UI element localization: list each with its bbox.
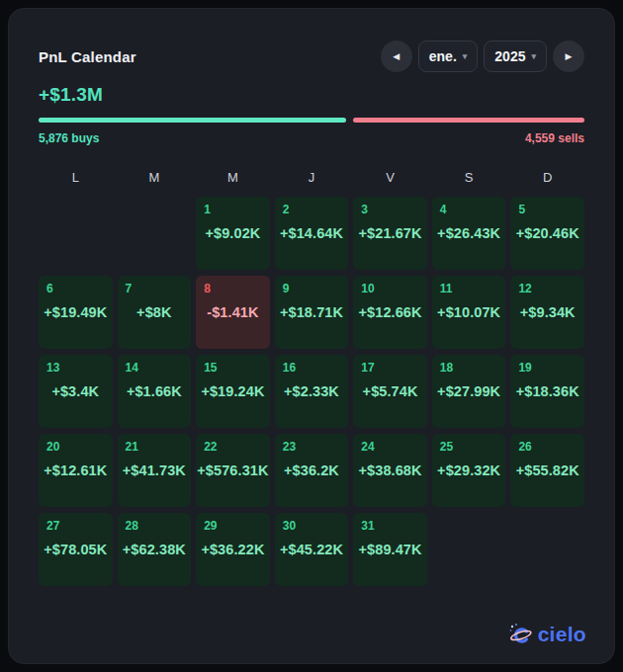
calendar-day-cell[interactable]: 21+$41.73K xyxy=(118,434,192,507)
day-number: 28 xyxy=(126,519,138,533)
calendar-day-cell[interactable]: 18+$27.99K xyxy=(432,355,506,428)
calendar-day-cell[interactable]: 29+$36.22K xyxy=(196,513,270,586)
calendar-day-cell[interactable]: 23+$36.2K xyxy=(275,434,349,507)
calendar-day-cell[interactable]: 20+$12.61K xyxy=(39,434,113,507)
calendar-day-cell[interactable]: 8-$1.41K xyxy=(196,276,270,349)
day-number: 6 xyxy=(46,282,53,295)
calendar-day-cell[interactable]: 27+$78.05K xyxy=(39,513,113,586)
cielo-logo-icon xyxy=(507,621,534,647)
calendar-day-cell[interactable]: 13+$3.4K xyxy=(39,355,113,428)
day-number: 1 xyxy=(204,203,211,216)
day-number: 31 xyxy=(361,519,374,533)
sells-bar-segment xyxy=(353,118,584,123)
day-number: 13 xyxy=(46,361,59,375)
calendar-day-cell[interactable]: 31+$89.47K xyxy=(353,513,427,586)
weekday-label: M xyxy=(118,170,192,185)
calendar-day-cell[interactable]: 14+$1.66K xyxy=(118,355,192,428)
day-pnl-value: +$21.67K xyxy=(359,225,422,241)
next-month-button[interactable]: ▶ xyxy=(553,41,584,72)
year-select-value: 2025 xyxy=(494,48,525,64)
day-number: 2 xyxy=(283,203,290,216)
calendar-day-cell[interactable]: 11+$10.07K xyxy=(432,276,506,349)
day-pnl-value: +$10.07K xyxy=(437,304,500,320)
total-pnl: +$1.3M xyxy=(39,84,584,106)
day-pnl-value: +$1.66K xyxy=(127,383,182,399)
day-pnl-value: +$18.36K xyxy=(516,383,579,399)
day-pnl-value: +$78.05K xyxy=(44,542,107,557)
day-number: 22 xyxy=(204,440,217,454)
calendar-day-cell[interactable]: 6+$19.49K xyxy=(39,276,113,349)
empty-day-cell xyxy=(118,197,192,270)
day-pnl-value: +$26.43K xyxy=(437,225,500,241)
day-pnl-value: +$19.49K xyxy=(44,304,107,320)
calendar-day-cell[interactable]: 28+$62.38K xyxy=(118,513,192,586)
calendar-day-cell[interactable]: 17+$5.74K xyxy=(353,355,427,428)
day-pnl-value: +$5.74K xyxy=(363,383,418,399)
day-pnl-value: +$27.99K xyxy=(437,383,500,399)
calendar-day-cell[interactable]: 3+$21.67K xyxy=(353,197,427,270)
day-pnl-value: +$38.68K xyxy=(359,462,422,478)
calendar-day-cell[interactable]: 19+$18.36K xyxy=(510,355,584,428)
weekday-label: S xyxy=(432,170,506,185)
day-number: 25 xyxy=(440,440,453,454)
month-select[interactable]: ene. ▾ xyxy=(418,41,479,72)
day-pnl-value: +$19.24K xyxy=(201,383,264,399)
day-number: 15 xyxy=(204,361,217,375)
day-number: 30 xyxy=(283,519,296,533)
calendar-day-cell[interactable]: 26+$55.82K xyxy=(510,434,584,507)
card-header: PnL Calendar ◀ ene. ▾ 2025 ▾ ▶ xyxy=(39,41,584,72)
day-pnl-value: +$3.4K xyxy=(51,383,99,399)
day-number: 5 xyxy=(518,203,525,216)
day-number: 7 xyxy=(126,282,133,295)
prev-month-button[interactable]: ◀ xyxy=(381,41,412,72)
day-pnl-value: +$12.66K xyxy=(359,304,422,320)
day-number: 21 xyxy=(126,440,138,454)
empty-day-cell xyxy=(39,197,113,270)
brand-name: cielo xyxy=(538,623,586,646)
ratio-labels: 5,876 buys 4,559 sells xyxy=(39,131,584,145)
day-pnl-value: +$12.61K xyxy=(44,462,107,478)
calendar-day-cell[interactable]: 10+$12.66K xyxy=(353,276,427,349)
day-number: 11 xyxy=(440,282,453,295)
day-number: 3 xyxy=(361,203,368,216)
day-number: 4 xyxy=(440,203,447,216)
empty-day-cell xyxy=(510,513,584,586)
day-pnl-value: +$36.2K xyxy=(284,462,339,478)
day-pnl-value: +$18.71K xyxy=(280,304,343,320)
calendar-day-cell[interactable]: 24+$38.68K xyxy=(353,434,427,507)
day-number: 10 xyxy=(361,282,374,295)
empty-day-cell xyxy=(432,513,506,586)
buy-sell-ratio-bar xyxy=(39,118,584,123)
calendar-day-cell[interactable]: 4+$26.43K xyxy=(432,197,506,270)
calendar-grid: 1+$9.02K2+$14.64K3+$21.67K4+$26.43K5+$20… xyxy=(39,197,584,586)
weekday-label: L xyxy=(39,170,113,185)
calendar-day-cell[interactable]: 12+$9.34K xyxy=(510,276,584,349)
calendar-day-cell[interactable]: 1+$9.02K xyxy=(196,197,270,270)
day-pnl-value: +$89.47K xyxy=(359,542,422,557)
pnl-calendar-card: PnL Calendar ◀ ene. ▾ 2025 ▾ ▶ +$1.3M 5,… xyxy=(8,8,615,664)
page-title: PnL Calendar xyxy=(39,48,136,65)
chevron-right-icon: ▶ xyxy=(566,52,573,61)
day-number: 23 xyxy=(283,440,296,454)
weekday-label: M xyxy=(196,170,270,185)
calendar-day-cell[interactable]: 25+$29.32K xyxy=(432,434,506,507)
year-select[interactable]: 2025 ▾ xyxy=(484,41,547,72)
day-pnl-value: -$1.41K xyxy=(207,304,258,320)
calendar-day-cell[interactable]: 15+$19.24K xyxy=(196,355,270,428)
day-pnl-value: +$20.46K xyxy=(516,225,579,241)
calendar-day-cell[interactable]: 22+$576.31K xyxy=(196,434,270,507)
calendar-day-cell[interactable]: 9+$18.71K xyxy=(275,276,349,349)
calendar-day-cell[interactable]: 30+$45.22K xyxy=(275,513,349,586)
weekday-label: D xyxy=(510,170,584,185)
day-pnl-value: +$8K xyxy=(136,304,171,320)
day-pnl-value: +$62.38K xyxy=(123,542,186,557)
weekday-label: V xyxy=(353,170,427,185)
calendar-day-cell[interactable]: 2+$14.64K xyxy=(275,197,349,270)
calendar-day-cell[interactable]: 5+$20.46K xyxy=(510,197,584,270)
day-number: 8 xyxy=(204,282,211,295)
chevron-down-icon: ▾ xyxy=(463,52,468,61)
calendar-day-cell[interactable]: 7+$8K xyxy=(118,276,192,349)
day-number: 29 xyxy=(204,519,217,533)
calendar-day-cell[interactable]: 16+$2.33K xyxy=(275,355,349,428)
day-pnl-value: +$2.33K xyxy=(284,383,339,399)
